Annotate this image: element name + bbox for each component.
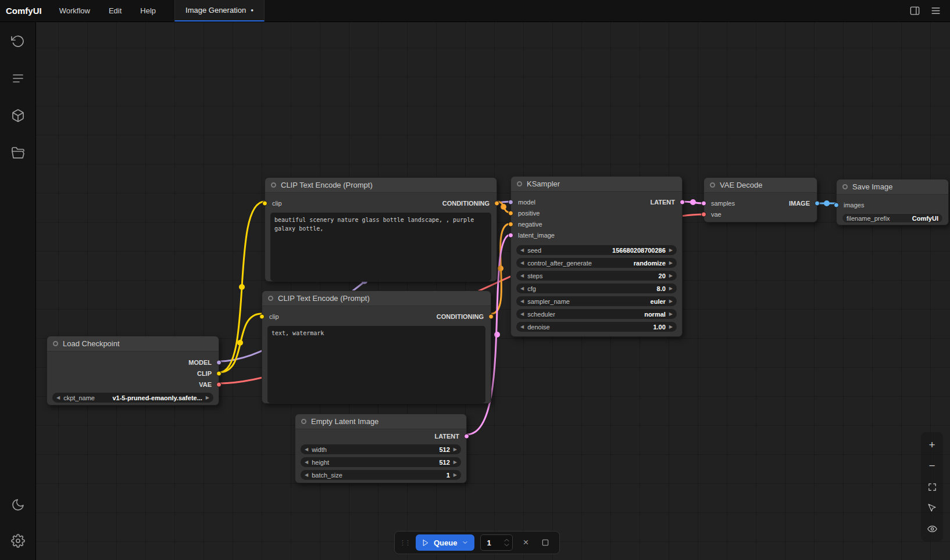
collapse-toggle-icon[interactable]	[271, 182, 276, 188]
workflows-folder-icon[interactable]	[10, 145, 26, 160]
spinner-up-icon[interactable]	[504, 539, 509, 542]
collapse-toggle-icon[interactable]	[301, 419, 306, 424]
widget-seed[interactable]: ◀ seed 156680208700286 ▶	[516, 245, 677, 255]
prompt-textarea[interactable]: text, watermark	[267, 326, 485, 403]
node-save-image[interactable]: Save Image images filename_prefix ComfyU…	[836, 179, 949, 225]
increment-arrow-icon[interactable]: ▶	[669, 325, 673, 329]
node-header[interactable]: Save Image	[837, 180, 948, 195]
widget-cfg[interactable]: ◀ cfg 8.0 ▶	[516, 283, 677, 293]
output-slot-latent[interactable]	[464, 433, 469, 439]
node-header[interactable]: CLIP Text Encode (Prompt)	[262, 291, 491, 306]
decrement-arrow-icon[interactable]: ◀	[520, 325, 524, 329]
decrement-arrow-icon[interactable]: ◀	[520, 286, 524, 291]
decrement-arrow-icon[interactable]: ◀	[520, 261, 524, 265]
widget-filename-prefix[interactable]: filename_prefix ComfyUI	[842, 213, 943, 223]
output-slot-latent[interactable]	[680, 199, 685, 204]
increment-arrow-icon[interactable]: ▶	[669, 248, 673, 253]
widget-denoise[interactable]: ◀ denoise 1.00 ▶	[516, 322, 677, 332]
output-slot-conditioning[interactable]	[488, 314, 494, 319]
node-empty-latent-image[interactable]: Empty Latent Image LATENT ◀ width 512 ▶	[295, 414, 467, 483]
graph-canvas[interactable]: CLIP Text Encode (Prompt) clip CONDITION…	[36, 22, 950, 560]
history-icon[interactable]	[10, 34, 26, 49]
queue-button[interactable]: Queue	[416, 534, 474, 551]
menu-icon[interactable]	[927, 2, 944, 20]
node-clip-text-encode-negative[interactable]: CLIP Text Encode (Prompt) clip CONDITION…	[262, 290, 491, 404]
interrupt-button[interactable]	[538, 536, 552, 550]
select-mode-button[interactable]	[924, 501, 940, 515]
output-slot-image[interactable]	[815, 200, 820, 206]
collapse-toggle-icon[interactable]	[53, 341, 58, 346]
input-slot-vae[interactable]	[701, 211, 706, 217]
widget-ckpt-name[interactable]: ◀ ckpt_name v1-5-pruned-emaonly.safete..…	[52, 393, 213, 403]
settings-gear-icon[interactable]	[10, 533, 26, 548]
decrement-arrow-icon[interactable]: ◀	[305, 447, 308, 452]
clear-queue-button[interactable]: ×	[519, 536, 533, 550]
decrement-arrow-icon[interactable]: ◀	[520, 274, 524, 278]
increment-arrow-icon[interactable]: ▶	[669, 286, 673, 291]
collapse-toggle-icon[interactable]	[842, 184, 848, 189]
toggle-link-visibility-button[interactable]	[924, 522, 940, 536]
batch-count-input[interactable]: 1	[480, 534, 513, 551]
decrement-arrow-icon[interactable]: ◀	[56, 396, 60, 400]
decrement-arrow-icon[interactable]: ◀	[520, 299, 524, 304]
decrement-arrow-icon[interactable]: ◀	[520, 312, 524, 317]
widget-width[interactable]: ◀ width 512 ▶	[301, 444, 461, 454]
theme-toggle-icon[interactable]	[10, 497, 26, 512]
menu-help[interactable]: Help	[131, 0, 165, 21]
widget-batch-size[interactable]: ◀ batch_size 1 ▶	[301, 470, 461, 480]
output-slot-model[interactable]	[216, 360, 222, 365]
node-header[interactable]: KSampler	[511, 177, 682, 192]
node-load-checkpoint[interactable]: Load Checkpoint MODEL CLIP	[47, 336, 219, 405]
collapse-toggle-icon[interactable]	[710, 182, 715, 188]
zoom-in-button[interactable]: +	[924, 438, 940, 452]
increment-arrow-icon[interactable]: ▶	[669, 299, 673, 304]
spinner-down-icon[interactable]	[504, 543, 509, 547]
widget-height[interactable]: ◀ height 512 ▶	[301, 457, 461, 467]
widget-steps[interactable]: ◀ steps 20 ▶	[516, 271, 677, 281]
node-library-icon[interactable]	[10, 71, 26, 86]
widget-scheduler[interactable]: ◀ scheduler normal ▶	[516, 309, 677, 319]
input-slot-positive[interactable]	[508, 210, 513, 216]
node-header[interactable]: Load Checkpoint	[47, 336, 219, 351]
output-slot-conditioning[interactable]	[494, 200, 499, 206]
node-clip-text-encode-positive[interactable]: CLIP Text Encode (Prompt) clip CONDITION…	[265, 177, 497, 282]
input-slot-clip[interactable]	[259, 314, 265, 319]
collapse-toggle-icon[interactable]	[517, 181, 522, 186]
increment-arrow-icon[interactable]: ▶	[669, 261, 673, 265]
increment-arrow-icon[interactable]: ▶	[669, 274, 673, 278]
increment-arrow-icon[interactable]: ▶	[669, 312, 673, 317]
input-slot-images[interactable]	[834, 202, 839, 207]
menu-edit[interactable]: Edit	[99, 0, 131, 21]
zoom-out-button[interactable]: −	[924, 459, 940, 473]
model-library-icon[interactable]	[10, 108, 26, 123]
input-slot-latent-image[interactable]	[508, 232, 513, 238]
decrement-arrow-icon[interactable]: ◀	[305, 473, 308, 478]
node-vae-decode[interactable]: VAE Decode samples IMAGE vae	[703, 177, 817, 222]
increment-arrow-icon[interactable]: ▶	[453, 460, 457, 465]
menu-workflow[interactable]: Workflow	[50, 0, 99, 21]
node-ksampler[interactable]: KSampler model LATENT positiv	[510, 176, 683, 337]
widget-control-after-generate[interactable]: ◀ control_after_generate randomize ▶	[516, 258, 677, 268]
input-slot-samples[interactable]	[701, 200, 706, 206]
node-header[interactable]: CLIP Text Encode (Prompt)	[265, 178, 497, 193]
fit-view-button[interactable]	[924, 480, 940, 494]
node-header[interactable]: Empty Latent Image	[295, 414, 466, 429]
decrement-arrow-icon[interactable]: ◀	[305, 460, 308, 465]
node-header[interactable]: VAE Decode	[704, 178, 817, 193]
decrement-arrow-icon[interactable]: ◀	[520, 248, 524, 253]
collapse-toggle-icon[interactable]	[268, 296, 273, 301]
input-slot-clip[interactable]	[262, 200, 267, 206]
increment-arrow-icon[interactable]: ▶	[453, 473, 457, 478]
tab-image-generation[interactable]: Image Generation ●	[174, 0, 265, 21]
widget-sampler-name[interactable]: ◀ sampler_name euler ▶	[516, 296, 677, 306]
increment-arrow-icon[interactable]: ▶	[206, 396, 209, 400]
input-slot-model[interactable]	[508, 199, 513, 204]
input-slot-negative[interactable]	[508, 221, 513, 227]
output-slot-vae[interactable]	[216, 382, 222, 387]
prompt-textarea[interactable]: beautiful scenery nature glass bottle la…	[270, 213, 491, 281]
panel-toggle-icon[interactable]	[906, 2, 923, 20]
drag-handle-icon[interactable]: ⋮⋮	[399, 539, 410, 547]
output-slot-clip[interactable]	[216, 371, 222, 376]
chevron-down-icon[interactable]	[462, 539, 469, 546]
increment-arrow-icon[interactable]: ▶	[453, 447, 457, 452]
